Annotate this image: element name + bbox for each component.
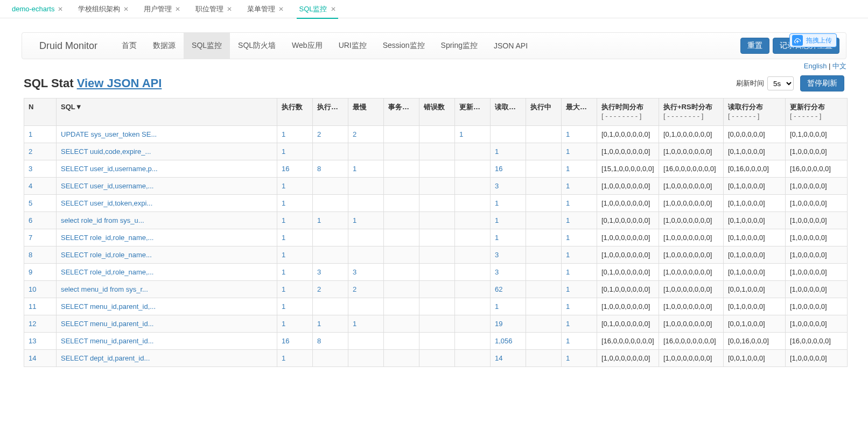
table-cell[interactable]	[455, 143, 491, 160]
table-cell[interactable]: 3	[491, 246, 526, 263]
sql-link[interactable]: 1	[566, 320, 570, 328]
sql-link[interactable]: 1	[566, 268, 570, 276]
table-cell[interactable]: 1	[277, 229, 313, 246]
table-cell[interactable]	[455, 280, 491, 298]
table-cell[interactable]	[455, 332, 491, 349]
table-cell[interactable]	[313, 298, 348, 315]
sql-link[interactable]: 1	[282, 216, 285, 224]
sql-link[interactable]: SELECT dept_id,parent_id...	[61, 354, 150, 362]
table-cell[interactable]: UPDATE sys_user_token SE...	[57, 125, 277, 143]
sql-link[interactable]: 5	[29, 199, 32, 207]
table-cell[interactable]: 1	[491, 212, 526, 229]
sql-link[interactable]: 1	[353, 320, 356, 328]
table-cell[interactable]: 11	[24, 298, 57, 315]
sql-link[interactable]: 1	[566, 147, 570, 156]
sql-link[interactable]: 1	[566, 251, 570, 259]
reset-button[interactable]: 重置	[740, 38, 769, 54]
refresh-interval-select[interactable]: 5s	[767, 76, 794, 90]
table-cell[interactable]: 14	[24, 349, 57, 366]
table-cell[interactable]: 1	[455, 125, 491, 143]
col-tx[interactable]: 事务执行	[384, 98, 419, 126]
table-cell[interactable]	[455, 229, 491, 246]
sql-link[interactable]: 14	[29, 354, 36, 362]
sql-link[interactable]: 1	[282, 268, 285, 276]
browser-tab[interactable]: SQL监控✕	[291, 0, 343, 18]
sql-link[interactable]: 2	[353, 130, 356, 138]
sql-link[interactable]: 6	[29, 216, 32, 224]
sql-link[interactable]: UPDATE sys_user_token SE...	[61, 130, 157, 138]
table-cell[interactable]: select role_id from sys_u...	[57, 212, 277, 229]
brand[interactable]: Druid Monitor	[29, 40, 108, 52]
table-cell[interactable]: SELECT role_id,role_name,...	[57, 229, 277, 246]
table-cell[interactable]: SELECT dept_id,parent_id...	[57, 349, 277, 366]
table-cell[interactable]: 7	[24, 229, 57, 246]
sql-link[interactable]: 3	[29, 165, 32, 173]
table-cell[interactable]: 1	[562, 212, 597, 229]
table-cell[interactable]: SELECT uuid,code,expire_...	[57, 143, 277, 160]
table-cell[interactable]: 16	[491, 160, 526, 177]
sql-link[interactable]: 2	[317, 130, 321, 138]
sql-link[interactable]: 1	[566, 216, 570, 224]
sql-link[interactable]: 1	[282, 199, 285, 207]
table-cell[interactable]: 1	[313, 212, 348, 229]
sql-link[interactable]: 1	[282, 320, 285, 328]
col-dist-read[interactable]: 读取行分布[ - - - - - - ]	[724, 98, 786, 126]
table-cell[interactable]: SELECT menu_id,parent_id,...	[57, 298, 277, 315]
table-cell[interactable]: 3	[313, 263, 348, 280]
sql-link[interactable]: 1	[282, 147, 285, 156]
table-cell[interactable]: 62	[491, 280, 526, 298]
table-cell[interactable]: 6	[24, 212, 57, 229]
table-cell[interactable]: 1	[562, 160, 597, 177]
sql-link[interactable]: 1	[282, 302, 285, 311]
col-n[interactable]: N	[24, 98, 57, 126]
sql-link[interactable]: 1	[495, 147, 499, 156]
table-cell[interactable]: 1	[277, 177, 313, 194]
table-cell[interactable]: 4	[24, 177, 57, 194]
nav-item[interactable]: JSON API	[486, 33, 536, 59]
table-cell[interactable]: 1	[562, 315, 597, 332]
table-cell[interactable]: SELECT role_id,role_name...	[57, 246, 277, 263]
table-cell[interactable]	[455, 194, 491, 212]
sql-link[interactable]: 1	[282, 354, 285, 362]
sql-link[interactable]: 19	[495, 320, 502, 328]
sql-link[interactable]: 1	[566, 354, 570, 362]
table-cell[interactable]: SELECT menu_id,parent_id...	[57, 332, 277, 349]
sql-link[interactable]: 1	[495, 234, 499, 242]
nav-item[interactable]: 首页	[114, 33, 145, 59]
sql-link[interactable]: 1	[566, 234, 570, 242]
sql-link[interactable]: 8	[29, 251, 32, 259]
table-cell[interactable]: 2	[24, 143, 57, 160]
table-cell[interactable]: 1	[313, 315, 348, 332]
sql-link[interactable]: 1	[353, 165, 356, 173]
table-cell[interactable]	[455, 246, 491, 263]
table-cell[interactable]: 2	[313, 125, 348, 143]
table-cell[interactable]	[313, 177, 348, 194]
lang-english[interactable]: English	[804, 62, 827, 70]
table-cell[interactable]: 3	[348, 263, 384, 280]
table-cell[interactable]: 1	[491, 298, 526, 315]
sql-link[interactable]: SELECT user_id,username,...	[61, 182, 153, 190]
table-cell[interactable]: SELECT user_id,username,...	[57, 177, 277, 194]
table-cell[interactable]	[313, 246, 348, 263]
sql-link[interactable]: select role_id from sys_u...	[61, 216, 144, 224]
col-maxc[interactable]: 最大并发	[562, 98, 597, 126]
table-cell[interactable]: SELECT user_id,token,expi...	[57, 194, 277, 212]
table-cell[interactable]	[348, 229, 384, 246]
table-cell[interactable]: 14	[491, 349, 526, 366]
close-icon[interactable]: ✕	[278, 5, 284, 13]
table-cell[interactable]: 1	[562, 263, 597, 280]
nav-item[interactable]: URI监控	[331, 33, 375, 59]
col-running[interactable]: 执行中	[526, 98, 562, 126]
lang-chinese[interactable]: 中文	[832, 62, 846, 70]
table-cell[interactable]: 12	[24, 315, 57, 332]
sql-link[interactable]: 1,056	[495, 337, 513, 345]
sql-link[interactable]: SELECT role_id,role_name...	[61, 251, 152, 259]
sql-link[interactable]: 3	[353, 268, 356, 276]
table-cell[interactable]: 1	[491, 229, 526, 246]
sql-link[interactable]: 1	[566, 337, 570, 345]
table-cell[interactable]: 1	[277, 246, 313, 263]
upload-button[interactable]: 拖拽上传	[789, 33, 837, 47]
pause-refresh-button[interactable]: 暂停刷新	[800, 75, 844, 91]
sql-link[interactable]: 3	[495, 182, 499, 190]
sql-link[interactable]: SELECT role_id,role_name,...	[61, 234, 153, 242]
